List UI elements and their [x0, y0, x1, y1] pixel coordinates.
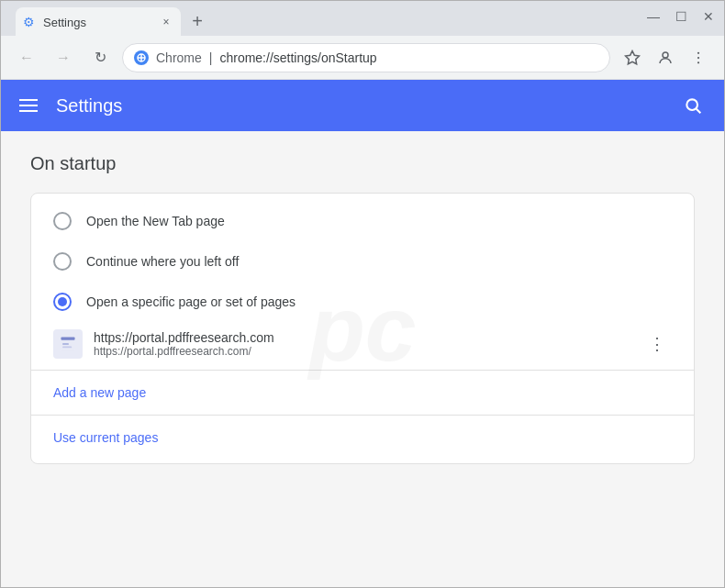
use-current-pages-button[interactable]: Use current pages: [31, 419, 694, 456]
settings-page-title: Settings: [56, 95, 122, 116]
svg-point-5: [697, 51, 699, 53]
address-input[interactable]: Chrome | chrome://settings/onStartup: [122, 43, 610, 72]
radio-continue[interactable]: [53, 252, 72, 271]
address-bar: ← → ↻ Chrome | chrome://settings/onStart…: [1, 36, 724, 80]
option-continue[interactable]: Continue where you left off: [31, 241, 694, 282]
svg-point-6: [697, 56, 699, 58]
url-subtitle: https://portal.pdffreesearch.com/: [94, 345, 631, 358]
url-favicon: [53, 329, 83, 359]
startup-options-card: pc Open the New Tab page Continue where …: [30, 193, 695, 464]
settings-app-header: Settings: [1, 80, 724, 131]
bookmark-button[interactable]: [618, 43, 647, 72]
svg-rect-10: [61, 338, 75, 340]
svg-rect-12: [62, 343, 69, 345]
title-bar: — ☐ ✕ ⚙ Settings × +: [1, 1, 724, 36]
svg-point-8: [686, 99, 697, 110]
refresh-button[interactable]: ↻: [85, 43, 115, 72]
profile-button[interactable]: [651, 43, 680, 72]
add-new-page-button[interactable]: Add a new page: [31, 374, 694, 411]
radio-new-tab[interactable]: [53, 212, 72, 230]
url-menu-button[interactable]: ⋮: [642, 329, 672, 359]
radio-new-tab-label: Open the New Tab page: [86, 214, 225, 228]
divider: [31, 370, 694, 371]
active-tab[interactable]: ⚙ Settings ×: [16, 7, 181, 37]
close-button[interactable]: ✕: [700, 8, 717, 25]
url-info: https://portal.pdffreesearch.com https:/…: [94, 330, 631, 358]
browser-window: — ☐ ✕ ⚙ Settings × + ← → ↻ Chrome | chro…: [0, 0, 725, 588]
hamburger-line-2: [19, 105, 38, 106]
maximize-button[interactable]: ☐: [673, 8, 689, 25]
address-domain: Chrome: [156, 50, 202, 65]
settings-content: On startup pc Open the New Tab page Cont…: [1, 131, 724, 587]
section-title: On startup: [30, 153, 695, 174]
site-icon: [134, 50, 149, 65]
address-path: chrome://settings/onStartup: [219, 50, 376, 65]
address-actions: [618, 43, 713, 72]
tab-bar: ⚙ Settings × +: [8, 6, 210, 36]
hamburger-line-3: [19, 110, 38, 112]
radio-specific[interactable]: [53, 293, 72, 311]
svg-point-4: [663, 52, 668, 58]
svg-point-7: [697, 61, 699, 63]
divider-2: [31, 415, 694, 416]
minimize-button[interactable]: —: [645, 8, 662, 25]
forward-button[interactable]: →: [49, 43, 78, 72]
window-controls: — ☐ ✕: [645, 8, 717, 25]
tab-favicon-icon: ⚙: [23, 15, 38, 29]
settings-search-button[interactable]: [676, 89, 709, 122]
radio-specific-label: Open a specific page or set of pages: [86, 294, 296, 309]
header-left: Settings: [16, 95, 122, 116]
new-tab-button[interactable]: +: [184, 8, 210, 34]
url-title: https://portal.pdffreesearch.com: [94, 330, 631, 345]
radio-continue-label: Continue where you left off: [86, 254, 239, 269]
tab-title: Settings: [43, 16, 153, 29]
back-button[interactable]: ←: [12, 43, 41, 72]
svg-rect-13: [62, 347, 72, 349]
hamburger-line-1: [19, 99, 38, 101]
option-new-tab[interactable]: Open the New Tab page: [31, 201, 694, 241]
option-specific[interactable]: Open a specific page or set of pages: [31, 282, 694, 322]
radio-selected-dot: [58, 297, 67, 306]
url-entry: https://portal.pdffreesearch.com https:/…: [31, 322, 694, 366]
svg-line-9: [697, 109, 701, 114]
menu-button[interactable]: [684, 43, 713, 72]
address-separator: |: [209, 50, 213, 65]
hamburger-menu-button[interactable]: [16, 95, 41, 116]
tab-close-button[interactable]: ×: [159, 15, 173, 29]
svg-marker-3: [626, 50, 640, 63]
